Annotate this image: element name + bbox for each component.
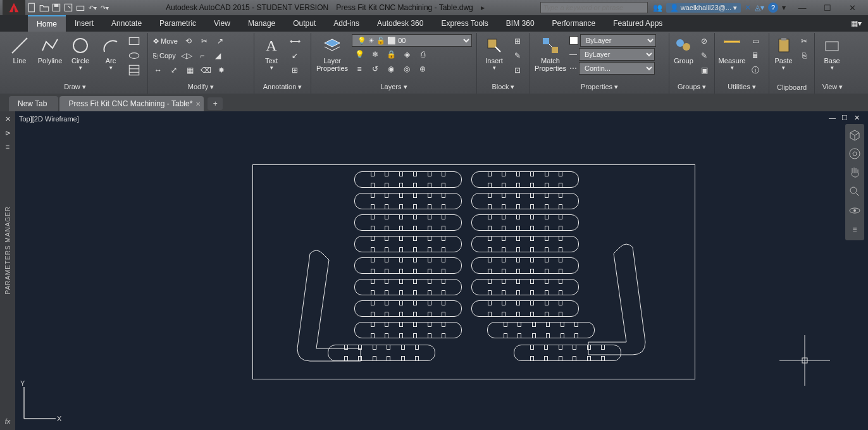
- title-dropdown-icon[interactable]: ▸: [481, 3, 485, 12]
- hatch-tool[interactable]: [127, 63, 142, 77]
- circle-tool[interactable]: Circle▾: [66, 34, 95, 72]
- copy-clip-tool[interactable]: ⎘: [797, 49, 812, 63]
- close-button[interactable]: ✕: [840, 1, 865, 15]
- extend-tool[interactable]: ↗: [213, 34, 228, 48]
- paste-tool[interactable]: Paste▾: [772, 34, 795, 72]
- group-tool[interactable]: Group: [672, 34, 695, 66]
- layer-lock-tool[interactable]: 🔒: [383, 47, 399, 61]
- scale-tool[interactable]: ⤢: [166, 63, 182, 77]
- tab-annotate[interactable]: Annotate: [102, 15, 151, 32]
- explode-tool[interactable]: ✸: [214, 63, 229, 77]
- panel-utilities-title[interactable]: Utilities ▾: [717, 82, 766, 92]
- fillet-tool[interactable]: ⌐: [195, 49, 210, 63]
- viewcube-icon[interactable]: [848, 128, 862, 142]
- fx-icon[interactable]: fx: [3, 416, 13, 426]
- group-bbox-tool[interactable]: ▣: [697, 63, 712, 77]
- ellipse-tool[interactable]: [127, 49, 142, 63]
- new-icon[interactable]: [27, 2, 38, 13]
- tab-parametric[interactable]: Parametric: [151, 15, 205, 32]
- tab-insert[interactable]: Insert: [66, 15, 102, 32]
- panel-view-title[interactable]: View ▾: [817, 82, 848, 92]
- color-swatch[interactable]: [569, 36, 578, 45]
- help-dropdown-icon[interactable]: ▾: [782, 3, 786, 12]
- exchange-icon[interactable]: ✕: [745, 3, 751, 12]
- layer-selector[interactable]: 💡 ☀ 🔓 ⬜ 00: [352, 34, 472, 47]
- layer-prev-tool[interactable]: ↺: [368, 62, 383, 76]
- arc-tool[interactable]: Arc▾: [96, 34, 125, 72]
- viewport-minimize-icon[interactable]: —: [829, 114, 839, 123]
- orbit-icon[interactable]: [848, 204, 862, 218]
- panel-clipboard-title[interactable]: Clipboard: [772, 82, 812, 92]
- match-properties-tool[interactable]: Match Properties: [533, 34, 568, 73]
- select-tool[interactable]: ▭: [748, 34, 763, 48]
- layer-tool4[interactable]: ◎: [399, 62, 414, 76]
- chamfer-tool[interactable]: ◢: [211, 49, 226, 63]
- app-launcher-icon[interactable]: ▦▾: [851, 19, 862, 28]
- insert-block-tool[interactable]: Insert▾: [480, 34, 509, 72]
- tab-view[interactable]: View: [205, 15, 239, 32]
- color-selector[interactable]: ByLayer: [580, 34, 656, 47]
- mirror-tool[interactable]: ◁▷: [179, 49, 194, 63]
- rectangle-tool[interactable]: [127, 34, 142, 48]
- cut-tool[interactable]: ✂: [797, 34, 812, 48]
- layer-tool3[interactable]: ◉: [383, 62, 399, 76]
- a360-icon[interactable]: ◬▾: [755, 3, 764, 12]
- measure-tool[interactable]: Measure▾: [717, 34, 747, 72]
- base-view-tool[interactable]: Base▾: [817, 34, 846, 72]
- edit-block-tool[interactable]: ✎: [510, 49, 525, 63]
- layer-off-tool[interactable]: 💡: [352, 47, 367, 61]
- file-tab-new[interactable]: New Tab: [9, 96, 58, 111]
- viewport-close-icon[interactable]: ✕: [854, 114, 864, 123]
- layer-iso-tool[interactable]: ◈: [399, 47, 414, 61]
- tab-output[interactable]: Output: [284, 15, 325, 32]
- infocenter-icon[interactable]: 👥: [653, 3, 662, 12]
- tab-a360[interactable]: Autodesk 360: [368, 15, 432, 32]
- table-tool[interactable]: ⊞: [287, 63, 302, 77]
- palette-close-icon[interactable]: ✕: [3, 114, 13, 124]
- tab-addins[interactable]: Add-ins: [325, 15, 368, 32]
- open-icon[interactable]: [39, 2, 50, 13]
- search-input[interactable]: [540, 2, 648, 13]
- array-tool[interactable]: ▦: [182, 63, 197, 77]
- ungroup-tool[interactable]: ⊘: [697, 34, 712, 48]
- polyline-tool[interactable]: Polyline: [35, 34, 65, 66]
- text-tool[interactable]: AText▾: [257, 34, 286, 72]
- tab-featured[interactable]: Featured Apps: [604, 15, 671, 32]
- maximize-button[interactable]: ☐: [815, 1, 840, 15]
- tab-bim360[interactable]: BIM 360: [497, 15, 543, 32]
- ucs-icon[interactable]: Y X: [18, 381, 62, 425]
- move-tool[interactable]: ✥Move: [151, 34, 180, 48]
- parameters-palette[interactable]: ✕ ⊳ ≡ PARAMETERS MANAGER fx: [0, 111, 15, 430]
- saveas-icon[interactable]: [63, 2, 74, 13]
- add-tab-button[interactable]: +: [208, 97, 223, 110]
- plot-icon[interactable]: [75, 2, 86, 13]
- layer-freeze-tool[interactable]: ❄: [368, 47, 383, 61]
- help-icon[interactable]: ?: [768, 3, 778, 13]
- pan-icon[interactable]: [848, 166, 862, 180]
- viewport-maximize-icon[interactable]: ☐: [841, 114, 852, 123]
- trim-tool[interactable]: ✂: [197, 34, 212, 48]
- copy-tool[interactable]: ⎘Copy: [151, 49, 178, 63]
- signin-button[interactable]: 👤 waelkhalil23@... ▾: [666, 3, 741, 13]
- tab-express[interactable]: Express Tools: [432, 15, 497, 32]
- viewport-label[interactable]: Top][2D Wireframe]: [19, 115, 79, 123]
- id-tool[interactable]: ⓘ: [748, 63, 763, 77]
- layer-state-tool[interactable]: ⎙: [415, 47, 430, 61]
- app-menu-button[interactable]: [3, 0, 25, 15]
- showmotion-icon[interactable]: ≡: [848, 223, 862, 236]
- zoom-icon[interactable]: [848, 185, 862, 199]
- layer-match-tool[interactable]: ≡: [352, 62, 367, 76]
- panel-groups-title[interactable]: Groups ▾: [672, 82, 712, 92]
- tab-home[interactable]: Home: [28, 15, 66, 32]
- erase-tool[interactable]: ⌫: [198, 63, 213, 77]
- create-block-tool[interactable]: ⊞: [510, 34, 525, 48]
- undo-icon[interactable]: ↶▾: [87, 2, 98, 13]
- panel-layers-title[interactable]: Layers ▾: [314, 82, 474, 92]
- panel-properties-title[interactable]: Properties ▾: [533, 82, 666, 92]
- panel-modify-title[interactable]: Modify ▾: [151, 82, 251, 92]
- layer-tool5[interactable]: ⊕: [415, 62, 430, 76]
- rotate-tool[interactable]: ⟲: [181, 34, 196, 48]
- palette-menu-icon[interactable]: ≡: [3, 142, 13, 152]
- panel-annotation-title[interactable]: Annotation ▾: [257, 82, 308, 92]
- quickcalc-tool[interactable]: 🖩: [748, 49, 763, 63]
